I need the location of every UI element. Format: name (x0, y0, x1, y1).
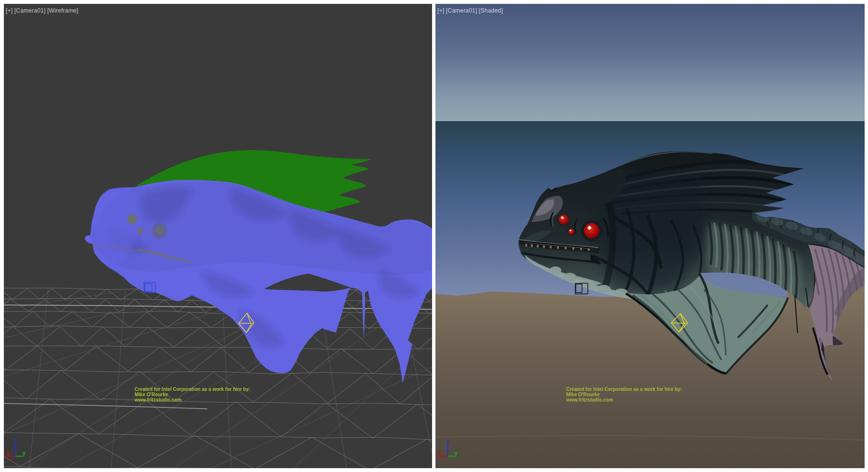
svg-text:Created for Intel Corporation: Created for Intel Corporation as a work … (135, 387, 250, 392)
svg-text:Mike O'Rourke: Mike O'Rourke (135, 392, 168, 397)
svg-text:z: z (14, 437, 17, 444)
svg-text:x: x (6, 449, 10, 457)
svg-text:z: z (446, 437, 449, 444)
svg-text:www.fritzstudio.com: www.fritzstudio.com (566, 397, 613, 403)
svg-text:www.fritzstudio.com: www.fritzstudio.com (134, 397, 182, 403)
svg-text:y: y (22, 449, 26, 457)
svg-text:x: x (438, 449, 442, 457)
svg-text:Mike O'Rourke: Mike O'Rourke (566, 392, 600, 397)
svg-text:Created for Intel Corporation: Created for Intel Corporation as a work … (566, 387, 682, 392)
svg-text:y: y (454, 449, 458, 457)
